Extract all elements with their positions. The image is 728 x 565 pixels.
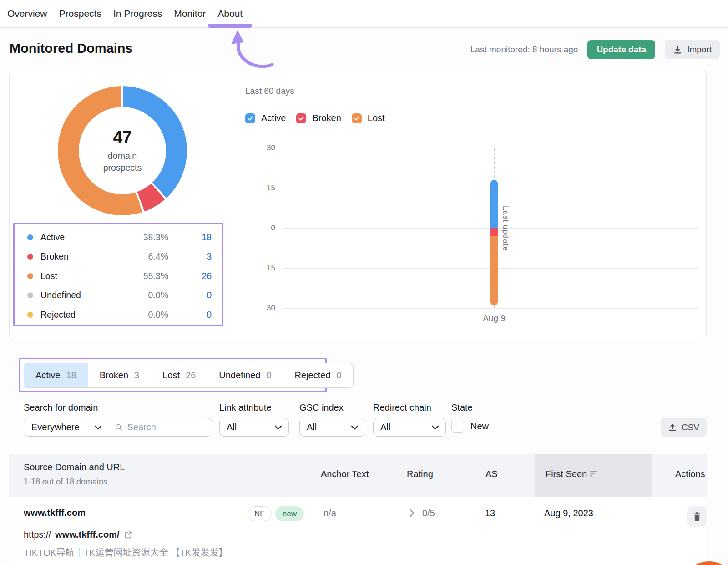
top-nav: Overview Prospects In Progress Monitor A…	[0, 0, 728, 28]
chevron-down-icon	[432, 425, 439, 430]
search-input[interactable]	[127, 422, 206, 433]
state-new-checkbox[interactable]	[451, 420, 464, 433]
monitored-domains-page: Overview Prospects In Progress Monitor A…	[0, 0, 728, 565]
legend-count-link[interactable]: 26	[180, 271, 212, 281]
tab-label: Broken	[100, 370, 128, 381]
tab-active[interactable]: Active 18	[24, 363, 88, 387]
new-badge: new	[275, 506, 304, 521]
link-attribute-select[interactable]: All	[219, 418, 289, 437]
tab-rejected[interactable]: Rejected 0	[283, 363, 353, 387]
url-prefix: https://	[24, 529, 51, 540]
bar-active	[490, 180, 498, 228]
chevron-down-icon	[351, 425, 358, 430]
last-update-annotation: Last update	[501, 206, 510, 251]
tab-count: 0	[266, 370, 271, 381]
chevron-right-icon[interactable]	[410, 509, 415, 517]
import-button[interactable]: Import	[665, 40, 720, 59]
col-as: AS	[485, 469, 498, 479]
legend-pct: 6.4%	[127, 251, 168, 262]
tab-lost[interactable]: Lost 26	[151, 363, 207, 387]
legend-count-link[interactable]: 3	[180, 251, 212, 262]
search-icon	[115, 423, 122, 432]
donut-chart: 47 domain prospects	[58, 86, 187, 215]
legend-count-link[interactable]: 0	[180, 290, 212, 300]
legend-count-link[interactable]: 0	[180, 310, 212, 320]
legend-row-broken: Broken 6.4% 3	[27, 247, 212, 267]
search-scope-dropdown[interactable]: Everywhere	[24, 418, 109, 436]
checkbox-checked-icon	[245, 113, 255, 123]
search-scope-value: Everywhere	[31, 422, 89, 433]
legend-label: Rejected	[40, 310, 76, 320]
tab-undefined[interactable]: Undefined 0	[207, 363, 283, 387]
tab-label: Undefined	[219, 370, 260, 381]
nav-item-prospects[interactable]: Prospects	[59, 8, 101, 19]
csv-button-label: CSV	[682, 422, 699, 433]
y-tick-label: 0	[243, 224, 275, 233]
gsc-index-select[interactable]: All	[299, 418, 365, 437]
x-axis-label: Aug 9	[471, 313, 517, 323]
y-tick-label: 15	[243, 264, 275, 273]
update-data-button[interactable]: Update data	[587, 40, 655, 59]
active-series-checkbox[interactable]: Active	[245, 113, 286, 123]
legend-label: Undefined	[40, 290, 81, 300]
url-domain: www.tkfff.com/	[55, 529, 119, 540]
donut-total: 47	[113, 128, 131, 147]
delete-row-button[interactable]	[687, 506, 707, 527]
checkbox-checked-icon	[296, 113, 306, 123]
nofollow-badge: NF	[248, 506, 272, 521]
redirect-chain-select[interactable]: All	[373, 418, 446, 437]
checkbox-label: Lost	[368, 113, 385, 123]
broken-series-checkbox[interactable]: Broken	[296, 113, 341, 123]
donut-total-label: domain prospects	[88, 150, 157, 174]
import-button-label: Import	[687, 45, 712, 55]
status-tabs: Active 18 Broken 3 Lost 26 Undefined 0 R…	[24, 363, 354, 388]
last-monitored-text: Last monitored: 8 hours ago	[470, 45, 578, 55]
col-first-seen[interactable]: First Seen	[546, 469, 587, 479]
header-actions: Last monitored: 8 hours ago Update data …	[470, 40, 720, 59]
redirect-chain-label: Redirect chain	[373, 402, 431, 413]
tab-count: 0	[337, 370, 342, 381]
gridline	[283, 148, 699, 148]
row-rating: 0/5	[422, 508, 435, 519]
overview-card: 47 domain prospects Active 38.3% 18 Brok…	[9, 71, 707, 340]
nav-item-overview[interactable]: Overview	[7, 8, 47, 19]
legend-label: Lost	[40, 271, 57, 281]
tab-count: 18	[66, 370, 76, 381]
legend-pct: 55.3%	[127, 271, 168, 281]
y-tick-label: 30	[243, 304, 275, 313]
nav-item-about[interactable]: About	[217, 8, 243, 19]
nav-item-in-progress[interactable]: In Progress	[113, 8, 162, 19]
donut-center: 47 domain prospects	[79, 107, 166, 194]
checkbox-label: Broken	[312, 113, 341, 123]
gsc-index-label: GSC index	[299, 402, 344, 413]
trend-title: Last 60 days	[245, 86, 294, 96]
checkbox-label: Active	[261, 113, 286, 123]
col-source-domain: Source Domain and URL	[24, 462, 125, 473]
legend-row-rejected: Rejected 0.0% 0	[27, 305, 212, 325]
row-source-url-link[interactable]: https://www.tkfff.com/	[24, 529, 133, 540]
legend-label: Active	[40, 232, 65, 243]
export-icon	[668, 423, 677, 432]
nav-item-monitor[interactable]: Monitor	[174, 8, 206, 19]
download-icon	[673, 45, 682, 55]
gridline	[283, 308, 699, 309]
row-page-title: TIKTOK导航｜TK运营网址资源大全 【TK发发发】	[24, 545, 228, 559]
tab-count: 26	[186, 370, 196, 381]
row-domain-link[interactable]: www.tkfff.com	[24, 508, 86, 518]
chevron-down-icon	[95, 425, 101, 430]
legend-row-active: Active 38.3% 18	[27, 228, 212, 247]
trend-series-toggles: Active Broken Lost	[245, 113, 385, 123]
state-label: State	[451, 402, 473, 413]
page-title: Monitored Domains	[10, 41, 133, 56]
lost-series-checkbox[interactable]: Lost	[352, 113, 385, 123]
legend-pct: 0.0%	[127, 310, 168, 320]
row-count-note: 1-18 out of 18 domains	[24, 477, 107, 487]
legend-label: Broken	[40, 251, 69, 262]
tab-broken[interactable]: Broken 3	[88, 363, 152, 387]
export-csv-button[interactable]: CSV	[661, 418, 707, 437]
checkbox-checked-icon	[352, 113, 362, 123]
legend-count-link[interactable]: 18	[180, 232, 212, 243]
active-dot-icon	[27, 234, 33, 240]
col-rating: Rating	[407, 469, 433, 479]
y-tick-label: 15	[243, 183, 275, 193]
